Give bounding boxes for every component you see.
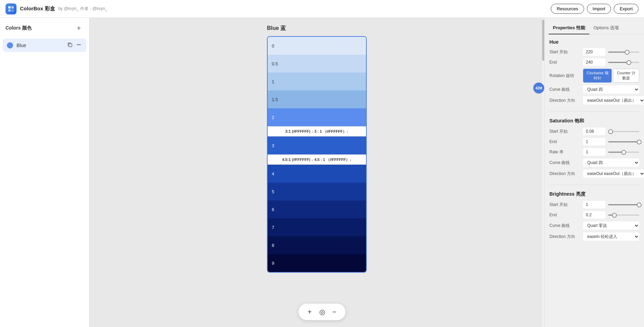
palette-row-label: 3	[272, 143, 274, 148]
sat-rate-slider[interactable]	[608, 152, 639, 153]
bri-start-row: Start 开始	[549, 201, 639, 208]
contrast-band: 4.5:1 (#FFFFFF) ↓ 4.5 : 1 （#FFFFFF）↓	[268, 154, 366, 165]
palette-row-label: 0	[272, 43, 274, 48]
header-right: Resources Import Export	[551, 4, 638, 14]
hue-direction-row: Direction 方向 easeOut easeOut（易出）	[549, 96, 639, 105]
sat-rate-input[interactable]	[583, 148, 605, 156]
hue-end-slider[interactable]	[608, 62, 639, 63]
palette-row[interactable]: 9	[268, 254, 366, 272]
bri-direction-select[interactable]: easeIn 轻松进入	[583, 232, 639, 241]
palette-row[interactable]: 1.5	[268, 90, 366, 108]
hue-direction-label: Direction 方向	[549, 98, 580, 103]
palette-row-label: 2	[272, 115, 274, 120]
sat-end-input[interactable]	[583, 138, 605, 145]
palette-row[interactable]: 8	[268, 236, 366, 254]
hue-curve-select[interactable]: Quad 四	[583, 85, 639, 94]
main-layout: Colors 颜色 + Blue Blue 蓝	[0, 18, 644, 327]
sidebar-header: Colors 颜色 +	[0, 18, 89, 37]
hue-direction-select[interactable]: easeOut easeOut（易出）	[583, 96, 644, 105]
palette-row[interactable]: 4	[268, 165, 366, 183]
rotation-buttons: Clockwise 顺时针 Counter 计数器	[583, 69, 639, 83]
bri-end-row: End	[549, 211, 639, 219]
hue-start-row: Start 开始	[549, 48, 639, 56]
bri-end-input[interactable]	[583, 211, 605, 219]
palette-row[interactable]: 7	[268, 218, 366, 236]
svg-rect-3	[11, 9, 14, 12]
hue-title: Hue	[549, 39, 639, 45]
sat-start-label: Start 开始	[549, 129, 580, 134]
bri-start-input[interactable]	[583, 201, 605, 208]
palette-row-label: 1	[272, 79, 274, 84]
floating-badge: 42M	[533, 83, 544, 94]
palette-row[interactable]: 0.5	[268, 55, 366, 73]
copy-color-button[interactable]	[66, 41, 73, 49]
import-button[interactable]: Import	[587, 4, 611, 14]
resources-button[interactable]: Resources	[551, 4, 584, 14]
palette-row[interactable]: 5	[268, 183, 366, 200]
sat-curve-row: Curve 曲线 Quad 四	[549, 159, 639, 167]
sat-end-slider[interactable]	[608, 141, 639, 142]
hue-curve-label: Curve 曲线	[549, 87, 580, 92]
palette-row-label: 0.5	[272, 61, 278, 66]
hue-rotation-row: Rotation 旋转 Clockwise 顺时针 Counter 计数器	[549, 69, 639, 83]
hue-start-input[interactable]	[583, 48, 605, 56]
panel-tabs: Properties 性能 Options 选项	[545, 18, 644, 34]
palette-row[interactable]: 3	[268, 137, 366, 154]
right-panel: Properties 性能 Options 选项 Hue Start 开始 En…	[544, 18, 644, 327]
header-left: ColorBox 彩盒 by @kvyn_ 作者：@kvyn_	[6, 3, 107, 14]
color-name-blue: Blue	[17, 43, 66, 48]
toolbar-remove-button[interactable]: −	[329, 306, 340, 317]
bri-end-slider[interactable]	[608, 215, 639, 216]
sat-end-row: End	[549, 138, 639, 145]
rotation-counter-button[interactable]: Counter 计数器	[613, 69, 639, 83]
sat-start-slider[interactable]	[608, 131, 639, 132]
sidebar: Colors 颜色 + Blue	[0, 18, 89, 327]
color-dot-blue	[7, 42, 13, 48]
bri-direction-row: Direction 方向 easeIn 轻松进入	[549, 232, 639, 241]
sat-direction-select[interactable]: easeOut easeOut（易出）	[583, 170, 644, 178]
bottom-toolbar: + ◎ −	[299, 304, 345, 320]
toolbar-center-button[interactable]: ◎	[316, 306, 328, 317]
export-button[interactable]: Export	[614, 4, 638, 14]
palette-row[interactable]: 2	[268, 108, 366, 126]
palette-row[interactable]: 0	[268, 37, 366, 55]
canvas-area: Blue 蓝 00.511.523:1 (#FFFFFF) ↓ 3 : 1 （#…	[89, 18, 544, 327]
hue-start-slider[interactable]	[608, 52, 639, 53]
bri-start-label: Start 开始	[549, 202, 580, 208]
bri-curve-row: Curve 曲线 Quart 零说	[549, 221, 639, 230]
tab-properties[interactable]: Properties 性能	[549, 22, 589, 34]
bri-end-label: End	[549, 212, 580, 217]
svg-rect-1	[11, 6, 14, 9]
bri-curve-select[interactable]: Quart 零说	[583, 221, 639, 230]
palette-row[interactable]: 6	[268, 200, 366, 218]
bri-direction-label: Direction 方向	[549, 234, 580, 240]
saturation-title: Saturation 饱和	[549, 118, 639, 124]
sat-curve-select[interactable]: Quad 四	[583, 159, 639, 167]
remove-color-button[interactable]	[75, 41, 82, 49]
hue-end-label: End	[549, 60, 580, 65]
svg-rect-0	[8, 6, 11, 9]
palette-row-label: 7	[272, 225, 274, 230]
tab-options[interactable]: Options 选项	[589, 22, 623, 34]
color-actions	[66, 41, 82, 49]
color-item-blue[interactable]: Blue	[3, 39, 86, 52]
palette-title: Blue 蓝	[267, 25, 367, 32]
palette-row[interactable]: 1	[268, 73, 366, 90]
divider-2	[549, 185, 639, 185]
brightness-title: Brightness 亮度	[549, 191, 639, 197]
add-color-button[interactable]: +	[74, 23, 84, 33]
color-palette: 00.511.523:1 (#FFFFFF) ↓ 3 : 1 （#FFFFFF）…	[267, 36, 367, 273]
hue-start-label: Start 开始	[549, 49, 580, 55]
bri-start-slider[interactable]	[608, 204, 639, 205]
brightness-section: Brightness 亮度 Start 开始 End	[545, 186, 644, 246]
rotation-clockwise-button[interactable]: Clockwise 顺时针	[583, 69, 612, 83]
bri-curve-label: Curve 曲线	[549, 223, 580, 229]
hue-end-input[interactable]	[583, 58, 605, 66]
hue-section: Hue Start 开始 End	[545, 34, 644, 110]
toolbar-add-button[interactable]: +	[304, 306, 315, 317]
saturation-section: Saturation 饱和 Start 开始 End	[545, 113, 644, 183]
palette-row-label: 8	[272, 243, 274, 248]
sat-rate-label: Rate 率	[549, 149, 580, 155]
sat-rate-row: Rate 率	[549, 148, 639, 156]
sat-start-input[interactable]	[583, 128, 605, 135]
